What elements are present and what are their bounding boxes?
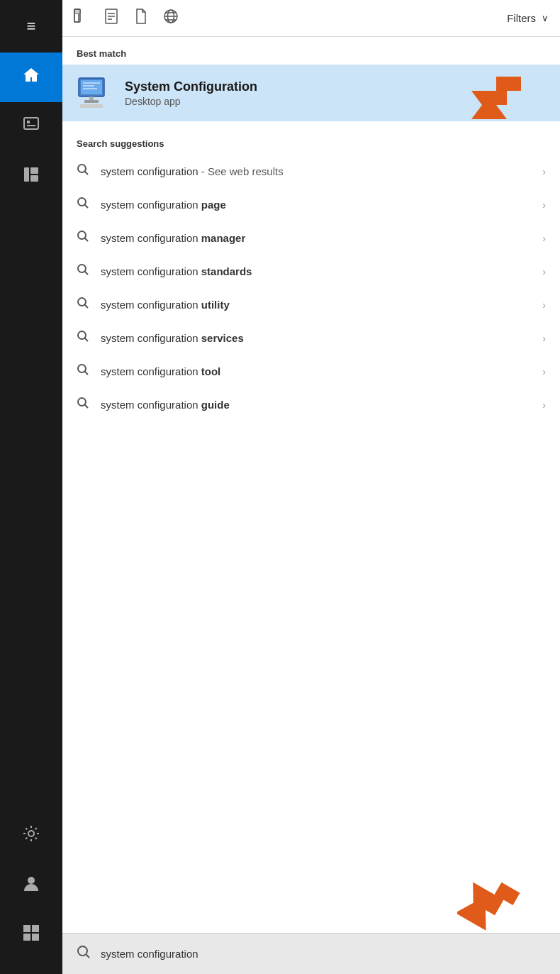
suggestion-item-services[interactable]: system configuration services ›: [62, 321, 560, 355]
chevron-icon-7: ›: [542, 366, 546, 377]
suggestion-text-4: system configuration standards: [101, 265, 537, 277]
search-icon-2: [77, 197, 89, 213]
toolbar-icon-globe[interactable]: [163, 9, 179, 28]
svg-rect-9: [32, 925, 39, 932]
svg-rect-3: [24, 167, 29, 182]
filters-label: Filters: [507, 12, 536, 24]
svg-point-47: [78, 365, 86, 372]
windows-icon: [22, 924, 40, 947]
sidebar-item-apps[interactable]: [0, 152, 62, 201]
svg-rect-1: [27, 121, 30, 123]
svg-point-49: [78, 398, 86, 406]
svg-point-37: [78, 198, 86, 206]
svg-rect-31: [84, 100, 99, 103]
system-config-icon: [77, 74, 113, 111]
svg-line-42: [85, 272, 89, 275]
toolbar-icon-file[interactable]: [133, 9, 149, 28]
suggestion-text-3: system configuration manager: [101, 232, 537, 244]
content-area: Best match: [62, 37, 560, 933]
best-match-subtitle: Desktop app: [125, 96, 257, 107]
svg-rect-4: [30, 167, 38, 174]
suggestion-item-guide[interactable]: system configuration guide ›: [62, 388, 560, 421]
toolbar-icon-apps[interactable]: [74, 9, 89, 28]
svg-line-40: [85, 238, 89, 242]
svg-rect-0: [24, 118, 38, 129]
best-match-item[interactable]: System Configuration Desktop app: [62, 65, 560, 121]
svg-line-38: [85, 205, 89, 209]
svg-point-6: [28, 831, 34, 836]
best-match-label: Best match: [62, 37, 560, 65]
suggestion-text-6: system configuration services: [101, 332, 537, 344]
hamburger-menu[interactable]: ≡: [0, 7, 62, 45]
svg-point-35: [78, 165, 86, 172]
chevron-icon-4: ›: [542, 266, 546, 277]
suggestion-item-utility[interactable]: system configuration utility ›: [62, 288, 560, 321]
sidebar-item-recent[interactable]: [0, 102, 62, 152]
svg-line-50: [85, 405, 89, 409]
sidebar-item-windows[interactable]: [0, 910, 62, 960]
home-icon: [21, 65, 41, 90]
content-spacer: [62, 421, 560, 933]
svg-line-46: [85, 338, 89, 342]
search-bar-icon: [77, 945, 91, 963]
svg-rect-14: [75, 10, 80, 13]
search-icon-3: [77, 230, 89, 246]
search-icon-8: [77, 397, 89, 413]
svg-line-44: [85, 305, 89, 309]
search-bar[interactable]: [62, 933, 560, 974]
chevron-icon-2: ›: [542, 199, 546, 211]
suggestions-section: Search suggestions system configuration …: [62, 121, 560, 421]
suggestion-text-5: system configuration utility: [101, 299, 537, 311]
main-content: Filters ∨ Best match: [62, 0, 560, 974]
search-input[interactable]: [101, 948, 546, 960]
suggestion-text-1: system configuration - See web results: [101, 165, 537, 177]
sidebar: ≡: [0, 0, 62, 974]
svg-marker-34: [471, 77, 521, 119]
sidebar-bottom-items: [0, 811, 62, 960]
arrow-annotation-top: [461, 73, 525, 126]
suggestion-item-standards[interactable]: system configuration standards ›: [62, 255, 560, 288]
suggestion-item-page[interactable]: system configuration page ›: [62, 188, 560, 221]
search-icon-7: [77, 363, 89, 380]
search-icon-5: [77, 297, 89, 313]
sidebar-item-settings[interactable]: [0, 811, 62, 860]
filters-button[interactable]: Filters ∨: [507, 12, 549, 24]
suggestion-item-tool[interactable]: system configuration tool ›: [62, 355, 560, 388]
suggestion-text-7: system configuration tool: [101, 365, 537, 377]
chevron-icon-5: ›: [542, 299, 546, 311]
svg-line-48: [85, 372, 89, 375]
toolbar-icon-document[interactable]: [103, 9, 119, 28]
svg-rect-32: [80, 104, 103, 108]
filters-chevron: ∨: [542, 13, 549, 23]
chevron-icon-1: ›: [542, 166, 546, 177]
svg-point-41: [78, 265, 86, 272]
search-bar-container: [62, 933, 560, 974]
svg-point-45: [78, 331, 86, 339]
svg-rect-11: [32, 934, 39, 941]
svg-rect-10: [23, 934, 30, 941]
best-match-text-container: System Configuration Desktop app: [125, 79, 257, 107]
svg-line-53: [86, 955, 90, 958]
suggestion-text-2: system configuration page: [101, 199, 537, 211]
search-icon-4: [77, 263, 89, 280]
search-suggestions-label: Search suggestions: [62, 127, 560, 155]
sidebar-item-user[interactable]: [0, 860, 62, 910]
svg-rect-26: [81, 80, 102, 94]
chevron-icon-6: ›: [542, 333, 546, 344]
sidebar-item-home[interactable]: [0, 52, 62, 102]
chevron-icon-3: ›: [542, 233, 546, 244]
suggestion-text-8: system configuration guide: [101, 399, 537, 411]
suggestion-item-web[interactable]: system configuration - See web results ›: [62, 155, 560, 188]
search-icon-6: [77, 330, 89, 346]
toolbar: Filters ∨: [62, 0, 560, 37]
best-match-title: System Configuration: [125, 79, 257, 94]
svg-rect-8: [23, 925, 30, 932]
sidebar-top-items: [0, 52, 62, 201]
svg-point-52: [78, 946, 87, 956]
apps-icon: [22, 165, 40, 189]
suggestion-item-manager[interactable]: system configuration manager ›: [62, 221, 560, 255]
svg-rect-2: [27, 125, 35, 126]
settings-icon: [22, 824, 40, 848]
search-icon-1: [77, 163, 89, 179]
svg-line-36: [85, 172, 89, 175]
